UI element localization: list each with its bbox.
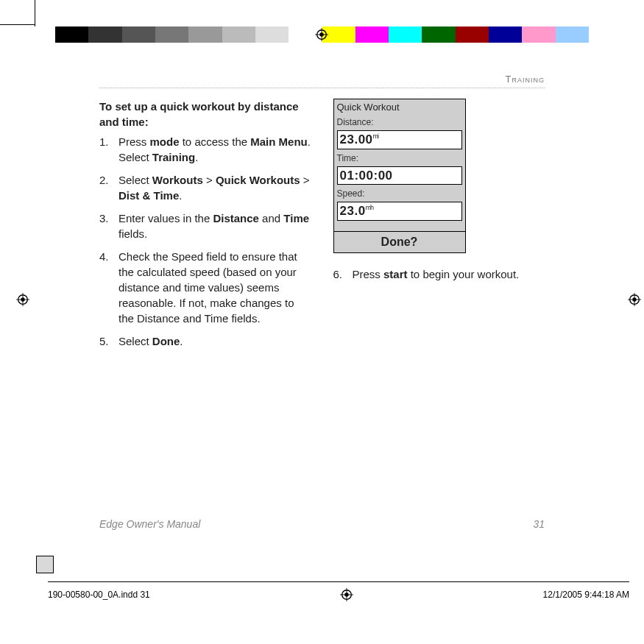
text-bold: Quick Workouts (216, 174, 300, 186)
svg-point-15 (344, 592, 348, 596)
step-item: Enter values in the Distance and Time fi… (99, 210, 311, 241)
imprint-date: 12/1/2005 9:44:18 AM (543, 590, 629, 600)
step-item: Check the Speed field to ensure that the… (99, 249, 311, 326)
device-value-distance: 23.00mi (337, 130, 462, 149)
device-title: Quick Workout (334, 99, 465, 116)
text-bold: mode (150, 135, 180, 148)
device-done-button: Done? (334, 231, 465, 252)
step-item: Press mode to access the Main Menu. Sele… (99, 134, 311, 165)
value: 23.0 (340, 204, 366, 218)
step-list: Press mode to access the Main Menu. Sele… (99, 134, 311, 349)
section-header: Training (99, 74, 545, 88)
device-label-speed: Speed: (334, 187, 465, 201)
text: . (180, 335, 183, 347)
registration-mark-icon (16, 293, 29, 306)
crop-mark (36, 556, 54, 573)
left-column: To set up a quick workout by distance an… (99, 99, 311, 356)
device-value-time: 01:00:00 (337, 166, 462, 185)
text-bold: Done (152, 335, 180, 347)
procedure-heading: To set up a quick workout by distance an… (99, 99, 311, 130)
text: to access the (180, 135, 251, 148)
text: > (300, 174, 310, 186)
page-content: Training To set up a quick workout by di… (99, 74, 545, 530)
crop-mark (0, 24, 35, 25)
text-bold: Dist & Time (118, 189, 179, 202)
unit: mi (373, 132, 379, 140)
text-bold: Workouts (152, 174, 203, 186)
text: Enter values in the (118, 212, 213, 224)
text: to begin your workout. (408, 268, 520, 280)
page-number: 31 (533, 518, 545, 530)
text: Select (118, 174, 152, 186)
device-value-speed: 23.0mh (337, 202, 462, 221)
device-label-time: Time: (334, 152, 465, 166)
text-bold: start (383, 268, 408, 280)
page-footer: Edge Owner's Manual 31 (99, 518, 545, 530)
step-number: 6. (333, 266, 343, 282)
step-item: Select Done. (99, 333, 311, 349)
text: . (195, 151, 198, 163)
device-screenshot: Quick Workout Distance: 23.00mi Time: 01… (333, 99, 466, 253)
text: Press (353, 268, 384, 280)
manual-title: Edge Owner's Manual (99, 518, 200, 530)
step-item: 6. Press start to begin your workout. (333, 266, 545, 282)
text-bold: Main Menu (250, 135, 308, 148)
right-column: Quick Workout Distance: 23.00mi Time: 01… (333, 99, 545, 356)
step-item: Select Workouts > Quick Workouts > Dist … (99, 172, 311, 203)
text-bold: Time (283, 212, 309, 224)
text: fields. (118, 227, 147, 240)
device-label-distance: Distance: (334, 116, 465, 130)
registration-mark-icon (628, 293, 641, 306)
text: . (179, 189, 182, 202)
text: Check the Speed field to ensure that the… (118, 250, 297, 325)
svg-point-11 (632, 297, 636, 301)
text-bold: Distance (213, 212, 259, 224)
text-bold: Training (152, 151, 195, 163)
imprint-filename: 190-00580-00_0A.indd 31 (48, 590, 150, 600)
unit: mh (366, 205, 374, 212)
imprint-line: 190-00580-00_0A.indd 31 12/1/2005 9:44:1… (48, 581, 629, 601)
text: > (203, 174, 216, 186)
registration-mark-icon (340, 588, 353, 601)
text: Select (118, 335, 152, 347)
svg-point-3 (319, 32, 323, 36)
svg-point-7 (21, 297, 24, 301)
crop-mark (35, 0, 35, 26)
text: and (259, 212, 283, 224)
value: 23.00 (340, 132, 373, 146)
registration-mark-icon (315, 28, 328, 41)
text: Press (118, 135, 150, 148)
